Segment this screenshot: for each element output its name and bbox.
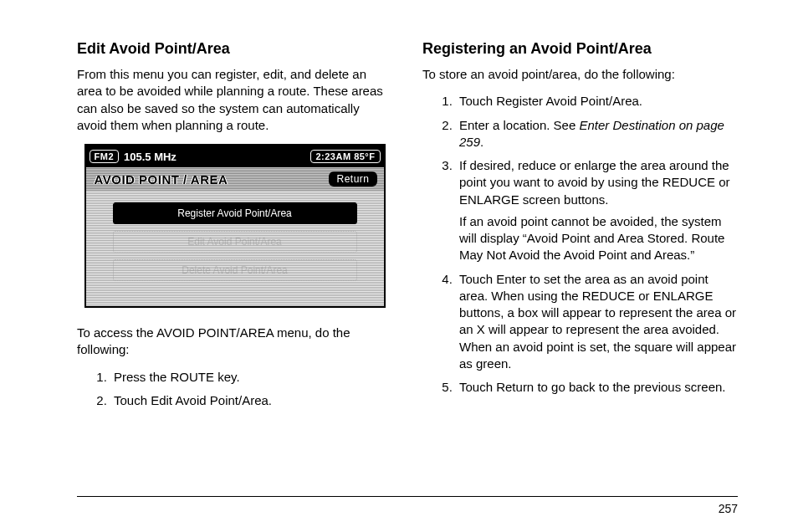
right-step-2: Enter a location. See Enter Destination … xyxy=(456,117,738,151)
right-column: Registering an Avoid Point/Area To store… xyxy=(422,40,738,448)
radio-band-badge[interactable]: FM2 xyxy=(90,150,120,163)
access-intro: To access the AVOID POINT/AREA menu, do … xyxy=(77,325,392,359)
time-temp-badge[interactable]: 2:23AM 85°F xyxy=(310,150,380,163)
device-menu-area: Register Avoid Point/Area Edit Avoid Poi… xyxy=(86,191,384,306)
left-intro: From this menu you can register, edit, a… xyxy=(77,66,392,134)
left-heading: Edit Avoid Point/Area xyxy=(77,40,392,58)
right-step-3a: If desired, reduce or enlarge the area a… xyxy=(459,158,730,207)
device-titlebar: AVOID POINT / AREA Return xyxy=(86,167,384,191)
right-intro: To store an avoid point/area, do the fol… xyxy=(422,66,738,83)
footer-rule xyxy=(77,496,738,497)
right-step-2c: . xyxy=(480,135,483,149)
right-steps: Touch Register Avoid Point/Area. Enter a… xyxy=(422,93,738,396)
left-step-2: Touch Edit Avoid Point/Area. xyxy=(110,392,392,409)
menu-item-edit[interactable]: Edit Avoid Point/Area xyxy=(113,231,357,253)
right-step-2a: Enter a location. See xyxy=(459,118,579,132)
right-step-3b: If an avoid point cannot be avoided, the… xyxy=(459,213,738,264)
right-step-5: Touch Return to go back to the previous … xyxy=(456,379,738,396)
left-column: Edit Avoid Point/Area From this menu you… xyxy=(77,40,392,448)
right-step-1: Touch Register Avoid Point/Area. xyxy=(456,93,738,110)
screen-title: AVOID POINT / AREA xyxy=(95,172,228,187)
page-number: 257 xyxy=(719,502,738,515)
nav-device-screenshot: FM2 105.5 MHz 2:23AM 85°F AVOID POINT / … xyxy=(84,144,386,308)
right-step-3: If desired, reduce or enlarge the area a… xyxy=(456,157,738,264)
menu-item-register[interactable]: Register Avoid Point/Area xyxy=(113,202,357,224)
device-topbar: FM2 105.5 MHz 2:23AM 85°F xyxy=(86,146,384,167)
right-heading: Registering an Avoid Point/Area xyxy=(422,40,738,58)
radio-frequency: 105.5 MHz xyxy=(124,151,176,163)
left-steps: Press the ROUTE key. Touch Edit Avoid Po… xyxy=(77,369,392,410)
return-button[interactable]: Return xyxy=(329,171,376,187)
left-step-1: Press the ROUTE key. xyxy=(110,369,392,386)
right-step-4: Touch Enter to set the area as an avoid … xyxy=(456,271,738,373)
menu-item-delete[interactable]: Delete Avoid Point/Area xyxy=(113,259,357,281)
